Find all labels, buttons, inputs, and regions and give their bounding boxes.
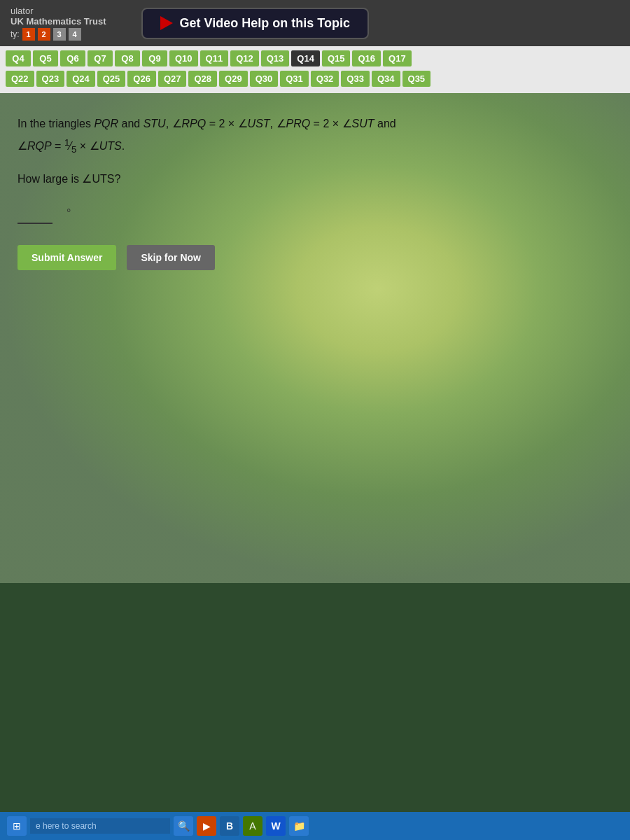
question-line: How large is ∠UTS? (18, 172, 612, 186)
q-btn-q30[interactable]: Q30 (250, 71, 279, 87)
skip-for-now-button[interactable]: Skip for Now (127, 245, 215, 270)
problem-text: In the triangles PQR and STU, ∠RPQ = 2 ×… (18, 114, 612, 158)
content-inner: In the triangles PQR and STU, ∠RPQ = 2 ×… (18, 114, 612, 270)
taskbar-icon-1[interactable]: ▶ (197, 816, 216, 836)
diff-box-3[interactable]: 3 (53, 28, 66, 41)
org-name: UK Mathematics Trust (10, 16, 106, 27)
difficulty-label: ty: (10, 29, 20, 39)
taskbar-search-text[interactable]: e here to search (30, 818, 170, 834)
brand-section: ulator UK Mathematics Trust ty: 1 2 3 4 (10, 6, 106, 41)
degree-symbol: ° (66, 207, 71, 220)
q-btn-q14[interactable]: Q14 (291, 50, 320, 66)
q-btn-q22[interactable]: Q22 (6, 71, 34, 87)
taskbar-search-icon[interactable]: 🔍 (174, 816, 193, 836)
q-btn-q25[interactable]: Q25 (97, 71, 126, 87)
q-btn-q13[interactable]: Q13 (261, 50, 290, 66)
taskbar-icon-4[interactable]: W (266, 816, 286, 836)
answer-input[interactable] (18, 203, 52, 224)
q-btn-q6[interactable]: Q6 (60, 50, 85, 66)
problem-condition: ∠RQP = 1⁄5 × ∠UTS. (18, 140, 125, 152)
q-nav-row1: Q4 Q5 Q6 Q7 Q8 Q9 Q10 Q11 Q12 Q13 Q14 Q1… (6, 50, 412, 66)
q-btn-q27[interactable]: Q27 (158, 71, 187, 87)
q-btn-q9[interactable]: Q9 (142, 50, 167, 66)
q-btn-q12[interactable]: Q12 (230, 50, 259, 66)
q-btn-q32[interactable]: Q32 (311, 71, 340, 87)
q-btn-q15[interactable]: Q15 (322, 50, 351, 66)
q-btn-q4[interactable]: Q4 (6, 50, 31, 66)
diff-box-4[interactable]: 4 (69, 28, 81, 41)
taskbar-icon-5[interactable]: 📁 (289, 816, 309, 836)
q-btn-q26[interactable]: Q26 (127, 71, 156, 87)
q-nav-row2: Q22 Q23 Q24 Q25 Q26 Q27 Q28 Q29 Q30 Q31 … (6, 71, 430, 87)
q-btn-q33[interactable]: Q33 (341, 71, 370, 87)
content-area: In the triangles PQR and STU, ∠RPQ = 2 ×… (0, 93, 630, 583)
q-btn-q11[interactable]: Q11 (200, 50, 229, 66)
diff-box-1[interactable]: 1 (22, 28, 35, 41)
q-btn-q16[interactable]: Q16 (352, 50, 381, 66)
answer-area: ° (18, 203, 612, 224)
q-btn-q24[interactable]: Q24 (66, 71, 95, 87)
submit-answer-button[interactable]: Submit Answer (18, 245, 116, 270)
question-navigation: Q4 Q5 Q6 Q7 Q8 Q9 Q10 Q11 Q12 Q13 Q14 Q1… (0, 46, 630, 93)
top-bar: ulator UK Mathematics Trust ty: 1 2 3 4 … (0, 0, 630, 46)
q-btn-q35[interactable]: Q35 (402, 71, 431, 87)
q-btn-q29[interactable]: Q29 (219, 71, 248, 87)
brand-name: ulator (10, 6, 106, 16)
taskbar-icon-3[interactable]: A (243, 816, 262, 836)
play-icon (160, 16, 173, 30)
q-btn-q28[interactable]: Q28 (188, 71, 217, 87)
question-text: How large is ∠UTS? (18, 173, 120, 185)
q-btn-q34[interactable]: Q34 (372, 71, 400, 87)
q-btn-q5[interactable]: Q5 (33, 50, 58, 66)
q-btn-q7[interactable]: Q7 (88, 50, 113, 66)
video-help-button[interactable]: Get Video Help on this Topic (141, 8, 369, 39)
difficulty-row: ty: 1 2 3 4 (10, 28, 106, 41)
q-btn-q31[interactable]: Q31 (280, 71, 309, 87)
q-btn-q17[interactable]: Q17 (383, 50, 412, 66)
q-btn-q8[interactable]: Q8 (115, 50, 140, 66)
buttons-row: Submit Answer Skip for Now (18, 245, 612, 270)
problem-intro: In the triangles PQR and STU, ∠RPQ = 2 ×… (18, 118, 396, 130)
taskbar-windows-icon[interactable]: ⊞ (7, 816, 27, 836)
q-btn-q10[interactable]: Q10 (169, 50, 198, 66)
taskbar-icon-2[interactable]: B (220, 816, 239, 836)
taskbar: ⊞ e here to search 🔍 ▶ B A W 📁 (0, 812, 630, 840)
video-help-label: Get Video Help on this Topic (180, 16, 350, 31)
diff-box-2[interactable]: 2 (38, 28, 50, 41)
q-btn-q23[interactable]: Q23 (36, 71, 65, 87)
